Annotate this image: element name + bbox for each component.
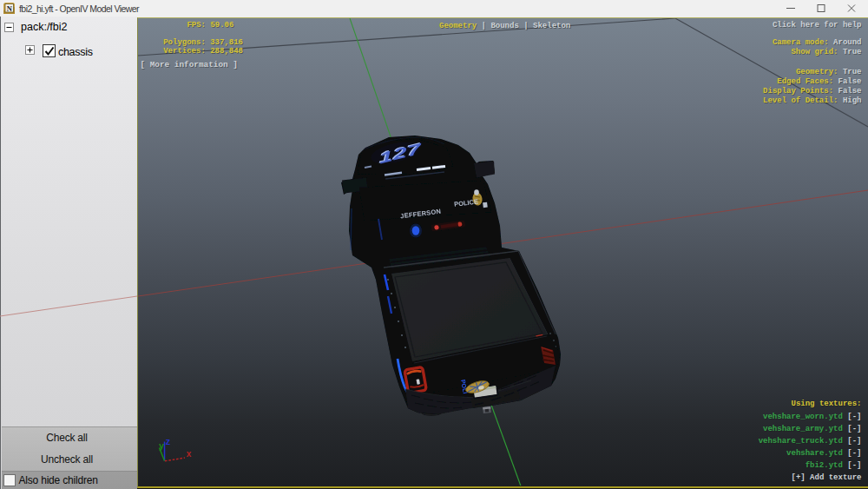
svg-text:z: z bbox=[166, 438, 171, 447]
svg-text:N: N bbox=[7, 4, 13, 13]
svg-text:x: x bbox=[187, 450, 192, 459]
svg-text:y: y bbox=[159, 442, 164, 452]
